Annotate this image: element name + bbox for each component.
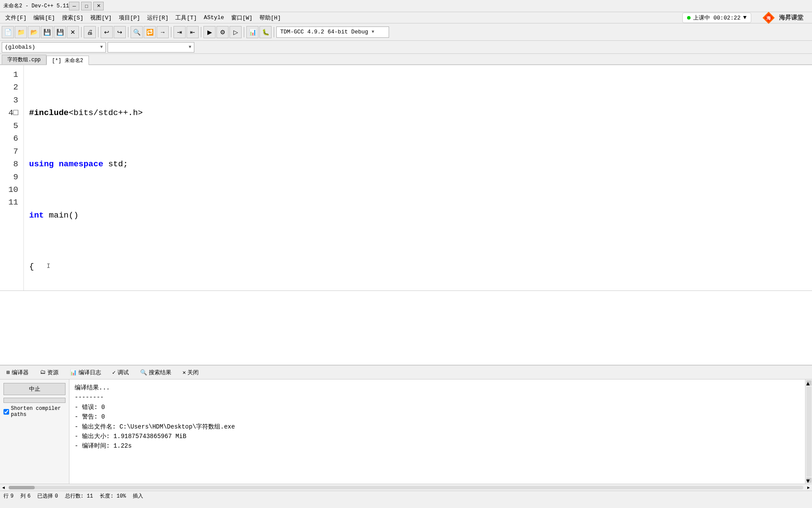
compile-run-button[interactable]: ▶ xyxy=(203,26,216,38)
timer-badge[interactable]: 上课中 00:02:22 ▼ xyxy=(682,13,751,23)
scroll-right-btn[interactable]: ▶ xyxy=(805,485,812,490)
unindent-button[interactable]: ⇤ xyxy=(187,26,199,38)
output-line-2: - 错误: 0 xyxy=(75,402,800,412)
timer-area: 上课中 00:02:22 ▼ 海 海昇课堂 xyxy=(682,11,810,25)
timer-dot xyxy=(687,16,691,20)
line-num-1: 1 xyxy=(5,69,18,81)
bottom-left-panel: 中止 Shorten compiler paths xyxy=(0,379,69,484)
close-button[interactable]: ✕ xyxy=(93,2,104,10)
menu-astyle[interactable]: AStyle xyxy=(200,13,228,22)
menu-view[interactable]: 视图[V] xyxy=(87,13,115,23)
timer-label: 上课中 00:02:22 xyxy=(693,14,740,22)
logo-text: 海昇课堂 xyxy=(779,14,803,22)
line-num-8: 8 xyxy=(5,158,18,171)
menu-help[interactable]: 帮助[H] xyxy=(256,13,284,23)
menu-run[interactable]: 运行[R] xyxy=(144,13,172,23)
scrollbar-down-arrow[interactable]: ▼ xyxy=(806,478,812,483)
goto-button[interactable]: → xyxy=(157,26,169,38)
globals-chevron: ▼ xyxy=(100,45,103,49)
function-dropdown[interactable]: ▼ xyxy=(108,42,194,53)
bottom-scrollbar: ◀ ▶ xyxy=(0,484,812,491)
scrollbar-up-arrow[interactable]: ▲ xyxy=(806,380,812,386)
tab-charset[interactable]: 字符数组.cpp xyxy=(2,55,46,64)
bottom-tab-resources[interactable]: 🗂 资源 xyxy=(35,366,63,379)
save-button[interactable]: 💾 xyxy=(41,26,53,38)
bottom-tab-compiler[interactable]: ⊞ 编译器 xyxy=(2,366,33,379)
menu-tools[interactable]: 工具[T] xyxy=(172,13,200,23)
open-button[interactable]: 📂 xyxy=(28,26,40,38)
scrollbar-track-bottom[interactable] xyxy=(9,486,803,489)
blank-editor-area xyxy=(0,291,812,365)
right-scrollbar[interactable]: ▲ ▼ xyxy=(805,379,812,484)
editor-area[interactable]: 1 2 3 4□ 5 6 7 8 9 10 11 #include<bits/s… xyxy=(0,65,812,291)
scrollbar-thumb[interactable] xyxy=(9,486,35,489)
debug-button[interactable]: 🐛 xyxy=(259,26,272,38)
code-line-1: #include<bits/stdc++.h> xyxy=(29,107,807,119)
indent-button[interactable]: ⇥ xyxy=(174,26,186,38)
bottom-tabs-bar: ⊞ 编译器 🗂 资源 📊 编译日志 ✓ 调试 🔍 搜索结果 ✕ 关闭 xyxy=(0,366,812,379)
bottom-tab-log[interactable]: 📊 编译日志 xyxy=(65,366,106,379)
line-num-6: 6 xyxy=(5,132,18,145)
line-num-4: 4□ xyxy=(5,107,18,119)
globals-bar: (globals) ▼ ▼ xyxy=(0,41,812,54)
compiler-label: TDM-GCC 4.9.2 64-bit Debug xyxy=(280,29,368,35)
menu-project[interactable]: 项目[P] xyxy=(115,13,144,23)
bottom-content: 中止 Shorten compiler paths 编译结果... ------… xyxy=(0,379,812,484)
close-panel-icon: ✕ xyxy=(183,369,186,376)
menu-window[interactable]: 窗口[W] xyxy=(228,13,256,23)
minimize-button[interactable]: ─ xyxy=(69,2,79,10)
print-button[interactable]: 🖨 xyxy=(84,26,96,38)
compiler-dropdown[interactable]: TDM-GCC 4.9.2 64-bit Debug ▼ xyxy=(276,26,389,38)
code-lines[interactable]: #include<bits/stdc++.h> using namespace … xyxy=(24,65,812,291)
scrollbar-track-right[interactable] xyxy=(806,386,812,477)
title-bar-controls: ─ □ ✕ xyxy=(69,2,104,10)
output-line-6: - 编译时间: 1.22s xyxy=(75,441,800,451)
menu-search[interactable]: 搜索[S] xyxy=(59,13,87,23)
toolbar: 📄 📁 📂 💾 💾 ✕ 🖨 ↩ ↪ 🔍 🔁 → ⇥ ⇤ ▶ ⚙ ▷ 📊 🐛 TD… xyxy=(0,23,812,41)
zoom-label: 长度: 10% xyxy=(100,492,126,500)
separator-1 xyxy=(81,27,82,37)
replace-button[interactable]: 🔁 xyxy=(144,26,156,38)
run-button[interactable]: ▷ xyxy=(229,26,242,38)
menu-file[interactable]: 文件[F] xyxy=(2,13,30,23)
output-line-0: 编译结果... xyxy=(75,383,800,393)
status-bar: 行 9 列 6 已选择 0 总行数: 11 长度: 10% 插入 xyxy=(0,491,812,501)
scroll-left-btn[interactable]: ◀ xyxy=(0,485,7,490)
bottom-tab-debug[interactable]: ✓ 调试 xyxy=(108,366,134,379)
redo-button[interactable]: ↪ xyxy=(114,26,126,38)
bottom-tab-close[interactable]: ✕ 关闭 xyxy=(178,366,204,379)
tabs-bar: 字符数组.cpp [*] 未命名2 xyxy=(0,54,812,65)
logo-icon: 海 xyxy=(762,11,776,25)
stop-button[interactable]: 中止 xyxy=(3,383,65,395)
separator-4 xyxy=(171,27,171,37)
timer-arrow: ▼ xyxy=(743,14,747,21)
globals-dropdown[interactable]: (globals) ▼ xyxy=(2,42,106,53)
maximize-button[interactable]: □ xyxy=(81,2,92,10)
separator-2 xyxy=(98,27,98,37)
logo-area: 海 海昇课堂 xyxy=(762,11,803,25)
line-num-9: 9 xyxy=(5,171,18,184)
shorten-paths-checkbox[interactable] xyxy=(3,409,9,415)
chart-button[interactable]: 📊 xyxy=(246,26,259,38)
line-num-3: 3 xyxy=(5,94,18,107)
menu-edit[interactable]: 编辑[E] xyxy=(30,13,58,23)
save-all-button[interactable]: 💾 xyxy=(54,26,66,38)
col-value: 6 xyxy=(27,493,30,499)
new-project-button[interactable]: 📁 xyxy=(15,26,27,38)
search-results-icon: 🔍 xyxy=(140,369,147,376)
search-button[interactable]: 🔍 xyxy=(131,26,143,38)
separator-3 xyxy=(128,27,128,37)
status-selected: 已选择 0 xyxy=(37,492,58,500)
bottom-tab-search[interactable]: 🔍 搜索结果 xyxy=(135,366,176,379)
code-line-3: int main() xyxy=(29,209,807,222)
undo-button[interactable]: ↩ xyxy=(101,26,113,38)
line-num-10: 10 xyxy=(5,184,18,196)
tab-unnamed[interactable]: [*] 未命名2 xyxy=(46,56,89,65)
line-num-5: 5 xyxy=(5,120,18,132)
title-bar-title: 未命名2 - Dev-C++ 5.11 xyxy=(3,2,69,10)
new-button[interactable]: 📄 xyxy=(2,26,14,38)
compiler-output: 编译结果... -------- - 错误: 0 - 警告: 0 - 输出文件名… xyxy=(69,379,805,484)
compile-button[interactable]: ⚙ xyxy=(216,26,229,38)
close-file-button[interactable]: ✕ xyxy=(67,26,79,38)
row-value: 9 xyxy=(10,493,13,499)
